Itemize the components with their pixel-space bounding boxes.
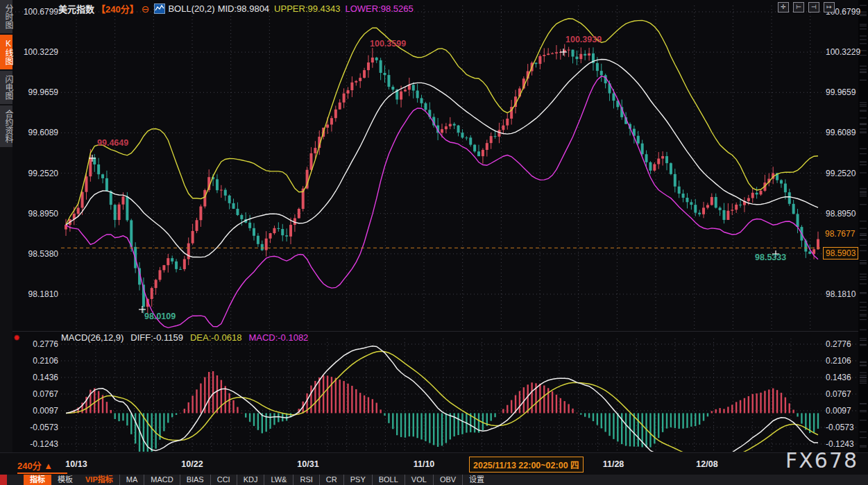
x-axis-row: 240分 ▲ 2025/11/13 22:00~02:00 四 10/1310/… [0,452,868,475]
chart-application: 分时图K线图闪电图合约资料 美元指数 【240分】 ⊖ BOLL(20,2) M… [0,0,868,485]
x-axis-tick: 10/22 [181,459,203,469]
symbol-title: 美元指数 [58,2,94,15]
boll-upper-value: UPPER:99.4343 [274,3,340,14]
x-axis-tick: 10/31 [297,459,318,469]
sidebar: 分时图K线图闪电图合约资料 [0,0,12,452]
toolbar-indicator-ma[interactable]: MA [119,475,144,485]
chart-corner-toolbar: ✛⊢⊣↦ [778,2,835,12]
price-extreme-annotation: 100.3939 [565,35,602,44]
macd-axis-label: 0.2776 [826,339,851,349]
toolbar-indicator-bias[interactable]: BIAS [180,475,210,485]
macd-axis-label: 0.0767 [14,389,58,399]
macd-diff-value: DIFF:-0.1159 [130,332,183,343]
macd-axis-label: 0.0767 [826,389,851,399]
last-price-tag: 98.5903 [823,247,858,259]
reference-price-tag: 98.7677 [825,229,855,239]
sidebar-item-time-chart[interactable]: 分时图 [0,0,12,33]
period-underline [17,473,67,474]
price-axis-label: 100.6799 [14,7,58,17]
toolbar-settings-button[interactable]: 设置 [462,475,491,485]
price-extreme-annotation: 98.0109 [144,312,176,321]
toolbar-indicator-boll[interactable]: BOLL [372,475,405,485]
sidebar-item-contract-info[interactable]: 合约资料 [0,105,12,147]
period-tag: 【240分】 [96,2,139,15]
price-axis-label: 98.5380 [14,249,58,259]
period-selector[interactable]: 240分 ▲ [17,459,53,472]
watermark: FX678 [785,448,858,473]
toolbar-indicators-button[interactable]: 指标 [24,475,51,485]
boll-lower-value: LOWER:98.5265 [346,3,414,14]
live-indicator-icon: ✹ [13,333,20,343]
toolbar-vip-indicators-button[interactable]: VIP指标 [79,475,119,485]
boll-mid-value: MID:98.9804 [218,3,269,14]
sidebar-item-lightning-chart[interactable]: 闪电图 [0,71,12,104]
sidebar-item-kline-chart[interactable]: K线图 [0,35,12,69]
price-extreme-annotation: 98.5333 [755,253,786,262]
toolbar-indicator-psy[interactable]: PSY [343,475,372,485]
bottom-toolbar: 指标模板VIP指标MAMACDBIASCCIKDJLW&RSICRPSYBOLL… [0,475,868,485]
macd-axis-label: 0.0097 [14,406,58,416]
toolbar-templates-button[interactable]: 模板 [51,475,79,485]
macd-axis-label: -0.1243 [14,439,58,449]
price-axis-label: 100.3229 [14,47,58,57]
toolbar-indicator-obv[interactable]: OBV [433,475,462,485]
x-axis-tick: 11/10 [414,459,435,469]
macd-axis-label: 0.1436 [826,373,851,382]
price-axis-label: 98.1810 [14,289,58,299]
macd-header: MACD(26,12,9) DIFF:-0.1159 DEA:-0.0618 M… [61,332,308,343]
record-indicator [0,475,7,485]
boll-label: BOLL(20,2) [168,3,214,14]
price-axis-label: 99.6089 [14,128,58,137]
macd-axis-label: -0.0573 [14,423,58,432]
macd-axis-label: 0.1436 [14,373,58,382]
toolbar-indicator-kdj[interactable]: KDJ [237,475,264,485]
price-axis-label: 98.8950 [826,209,856,219]
macd-axis-label: 0.0097 [826,406,851,416]
toolbar-indicator-lw[interactable]: LW& [264,475,293,485]
toolbar-indicator-cr[interactable]: CR [319,475,343,485]
macd-axis-label: -0.1243 [826,439,854,449]
price-axis-label: 99.2520 [14,169,58,178]
x-axis-tick: 11/28 [603,459,624,469]
x-axis-tick: 10/13 [65,459,87,469]
price-axis-label: 99.9659 [826,87,856,97]
macd-axis-label: 0.2106 [14,356,58,366]
price-extreme-annotation: 99.4649 [97,138,128,148]
macd-axis-label: 0.2106 [826,356,851,366]
pan-right-icon[interactable]: ↦ [824,2,835,12]
price-axis-label: 99.6089 [826,128,856,137]
price-axis-label: 99.9659 [14,87,58,97]
macd-axis-label: 0.2776 [14,339,58,349]
macd-macd-value: MACD:-0.1082 [248,332,308,343]
indicator-chart-icon[interactable] [154,3,165,14]
toolbar-indicator-macd[interactable]: MACD [144,475,179,485]
macd-axis-label: -0.0573 [826,423,854,432]
toolbar-indicator-vol[interactable]: VOL [405,475,433,485]
price-axis-label: 98.1810 [826,289,856,299]
price-axis-label: 98.8950 [14,209,58,219]
price-axis-label: 100.3229 [826,47,860,57]
toolbar-indicator-cci[interactable]: CCI [210,475,237,485]
collapse-icon[interactable]: ⊖ [142,3,150,15]
axis-scale-right-icon[interactable]: ⊣ [808,2,819,12]
crosshair-icon[interactable]: ✛ [778,2,789,12]
toolbar-indicator-rsi[interactable]: RSI [293,475,318,485]
highlighted-date-range: 2025/11/13 22:00~02:00 四 [469,457,584,473]
axis-scale-left-icon[interactable]: ⊢ [793,2,804,12]
price-extreme-annotation: 100.3599 [370,39,406,49]
macd-title: MACD(26,12,9) [61,332,124,343]
chart-header: 美元指数 【240分】 ⊖ BOLL(20,2) MID:98.9804 UPP… [58,2,414,15]
x-axis-tick: 12/08 [696,459,717,469]
macd-dea-value: DEA:-0.0618 [190,332,241,343]
candlestick-chart-canvas[interactable] [0,0,868,452]
price-axis-label: 99.2520 [826,169,856,178]
